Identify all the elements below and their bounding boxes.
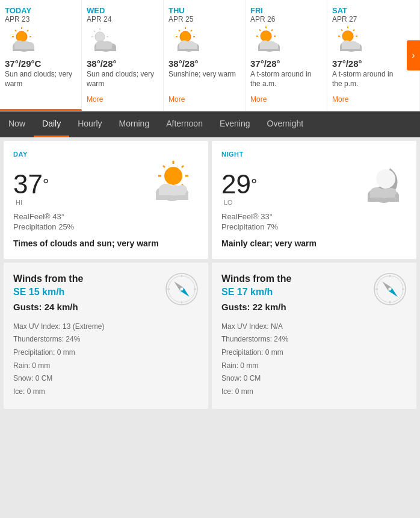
svg-point-71 <box>164 167 182 185</box>
day-period-label: DAY <box>13 151 199 158</box>
day-date-today: APR 23 <box>5 15 76 23</box>
svg-line-37 <box>191 30 192 31</box>
day-detail-snow: Snow: 0 CM <box>13 372 199 385</box>
night-wind-main: Winds from the SE 17 km/h Gusts: 22 km/h <box>221 272 407 313</box>
night-detail-snow: Snow: 0 CM <box>221 372 407 385</box>
tab-overnight[interactable]: Overnight <box>259 111 312 137</box>
night-wind-text: Winds from the SE 17 km/h Gusts: 22 km/h <box>221 272 368 313</box>
svg-line-62 <box>341 30 342 31</box>
day-detail-ice: Ice: 0 mm <box>13 385 199 399</box>
night-precipitation: Precipitation 7% <box>221 222 407 231</box>
temps-thu: 38°/28° <box>168 58 240 69</box>
night-detail-rain: Rain: 0 mm <box>221 360 407 373</box>
night-detail-ice: Ice: 0 mm <box>221 385 407 399</box>
next-button[interactable]: › <box>407 40 420 70</box>
svg-point-88 <box>376 169 395 189</box>
temps-wed: 38°/28° <box>87 58 158 69</box>
day-detail-rain: Rain: 0 mm <box>13 360 199 373</box>
day-wind-dir-speed: SE 15 km/h <box>13 287 64 297</box>
night-realfeel: RealFeel® 33° <box>221 212 407 221</box>
day-summary: Times of clouds and sun; very warm <box>13 239 199 248</box>
tab-hourly[interactable]: Hourly <box>69 111 110 137</box>
day-wind-main: Winds from the SE 15 km/h Gusts: 24 km/h <box>13 272 199 313</box>
forecast-day-today[interactable]: TODAY APR 23 <box>0 0 82 111</box>
weather-icon-sat <box>332 26 368 56</box>
night-period-label: NIGHT <box>221 151 407 158</box>
day-weather-card: DAY 37 ° HI <box>4 141 208 259</box>
night-temp: 29 <box>221 171 251 198</box>
svg-point-58 <box>342 31 353 42</box>
svg-rect-44 <box>179 44 197 49</box>
day-wind-details: Max UV Index: 13 (Extreme) Thunderstorms… <box>13 320 199 399</box>
day-wind-label: Winds from the SE 15 km/h <box>13 272 160 299</box>
day-temp: 37 <box>13 171 43 198</box>
day-name-today: TODAY <box>5 6 76 15</box>
svg-line-76 <box>163 166 165 167</box>
desc-fri: A t-storm around in the a.m. <box>250 70 322 92</box>
forecast-day-sat[interactable]: SAT APR 27 37°/28° A t-storm around in t… <box>327 0 420 111</box>
more-link-wed[interactable]: More <box>87 95 158 104</box>
night-detail-uv: Max UV Index: N/A <box>221 320 407 334</box>
day-name-sat: SAT <box>332 6 404 15</box>
svg-line-22 <box>94 31 95 32</box>
day-degree: ° <box>43 171 49 198</box>
weather-icon-thu <box>168 26 205 56</box>
night-compass-icon <box>373 272 407 306</box>
day-name-thu: THU <box>168 6 240 15</box>
night-temp-row: 29 ° LO <box>221 159 407 206</box>
tab-morning[interactable]: Morning <box>111 111 158 137</box>
day-realfeel: RealFeel® 43° <box>13 212 199 221</box>
desc-sat: A t-storm around in the p.m. <box>332 70 404 92</box>
tab-daily[interactable]: Daily <box>34 111 69 137</box>
svg-point-98 <box>168 276 195 302</box>
night-wind-label: Winds from the SE 17 km/h <box>221 272 368 299</box>
more-link-fri[interactable]: More <box>250 95 322 104</box>
weather-icon-fri <box>250 26 286 56</box>
tab-evening[interactable]: Evening <box>211 111 259 137</box>
day-wind-card: Winds from the SE 15 km/h Gusts: 24 km/h <box>4 263 208 409</box>
more-link-thu[interactable]: More <box>168 95 240 104</box>
desc-today: Sun and clouds; very warm <box>5 70 76 92</box>
svg-line-78 <box>182 166 184 167</box>
day-date-thu: APR 25 <box>168 15 240 23</box>
night-detail-thunder: Thunderstorms: 24% <box>221 333 407 346</box>
svg-rect-96 <box>370 192 395 198</box>
day-date-fri: APR 26 <box>250 15 322 23</box>
svg-line-5 <box>15 30 16 31</box>
forecast-day-fri[interactable]: FRI APR 26 37°/28° A t-storm around in t… <box>246 0 327 111</box>
night-wind-card: Winds from the SE 17 km/h Gusts: 22 km/h… <box>212 263 416 409</box>
night-wind-from: Winds from the <box>221 273 291 284</box>
weather-icon-today <box>5 26 41 56</box>
night-temp-info: 29 ° LO <box>221 171 257 206</box>
day-temp-row: 37 ° HI <box>13 159 199 206</box>
night-wind-details: Max UV Index: N/A Thunderstorms: 24% Pre… <box>221 320 407 399</box>
day-detail-precip: Precipitation: 0 mm <box>13 346 199 360</box>
day-date-sat: APR 27 <box>332 15 404 23</box>
svg-rect-57 <box>260 44 278 49</box>
night-hi-lo: LO <box>224 199 257 206</box>
svg-marker-103 <box>180 287 191 298</box>
more-link-sat[interactable]: More <box>332 95 404 104</box>
night-weather-card: NIGHT 29 ° LO <box>212 141 416 259</box>
svg-point-106 <box>377 276 403 302</box>
svg-marker-104 <box>172 279 183 290</box>
day-date-wed: APR 24 <box>87 15 158 23</box>
svg-rect-30 <box>96 44 112 49</box>
tab-now[interactable]: Now <box>0 111 34 137</box>
day-precipitation: Precipitation 25% <box>13 222 199 231</box>
night-detail-precip: Precipitation: 0 mm <box>221 346 407 360</box>
day-weather-icon <box>144 159 199 206</box>
content-area: DAY 37 ° HI <box>0 137 420 413</box>
night-summary: Mainly clear; very warm <box>221 239 407 248</box>
svg-rect-87 <box>159 189 185 195</box>
day-gusts: Gusts: 24 km/h <box>13 301 160 313</box>
tab-afternoon[interactable]: Afternoon <box>158 111 211 137</box>
svg-point-45 <box>261 31 271 42</box>
svg-point-105 <box>374 273 406 305</box>
svg-line-36 <box>179 30 180 31</box>
forecast-day-wed[interactable]: WED APR 24 38°/28° Sun and clouds; ver <box>82 0 164 111</box>
day-temp-info: 37 ° HI <box>13 171 49 206</box>
temps-fri: 37°/28° <box>250 58 322 69</box>
night-degree: ° <box>251 171 257 198</box>
forecast-day-thu[interactable]: THU APR 25 38°/28° Sunshine; very warm <box>164 0 246 111</box>
